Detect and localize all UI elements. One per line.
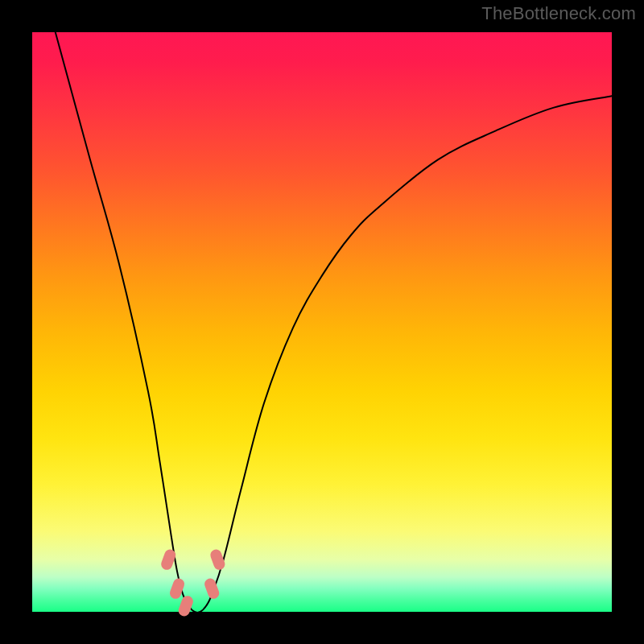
marker-dot	[203, 577, 221, 601]
plot-area	[32, 32, 612, 612]
bottleneck-curve	[56, 32, 612, 613]
chart-frame: TheBottleneck.com	[0, 0, 644, 644]
watermark-text: TheBottleneck.com	[481, 3, 636, 24]
marker-dot	[177, 594, 195, 617]
curve-svg	[32, 32, 612, 612]
